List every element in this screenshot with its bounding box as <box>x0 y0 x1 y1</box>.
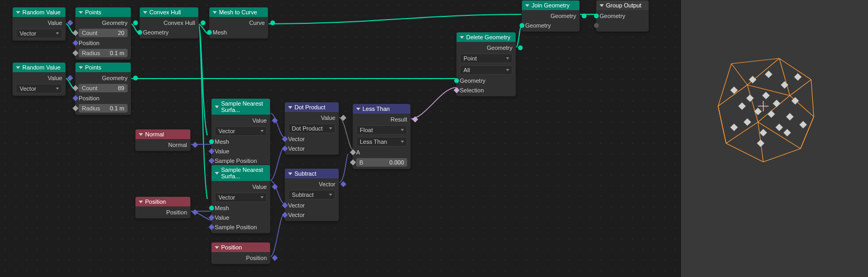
node-title: Points <box>85 9 102 15</box>
node-header[interactable]: Less Than <box>353 104 410 114</box>
chevron-down-icon <box>288 106 292 109</box>
node-random-value-2[interactable]: Random Value Value Vector <box>12 62 66 96</box>
svg-rect-6 <box>760 129 767 136</box>
input-label: A <box>356 149 360 155</box>
chevron-down-icon <box>16 66 20 69</box>
chevron-down-icon <box>356 108 360 110</box>
node-header[interactable]: Sample Nearest Surfa... <box>212 165 270 181</box>
chevron-down-icon <box>215 246 219 249</box>
output-label: Convex Hull <box>164 20 195 26</box>
input-label: Mesh <box>215 205 229 211</box>
radius-field[interactable]: Radius0.1 m <box>79 49 128 57</box>
node-subtract[interactable]: Subtract Vector Subtract Vector Vector <box>284 168 339 221</box>
node-sample-nearest-1[interactable]: Sample Nearest Surfa... Value Vector Mes… <box>211 98 271 167</box>
output-label: Geometry <box>551 13 576 19</box>
svg-rect-9 <box>746 94 754 102</box>
svg-rect-4 <box>786 113 794 120</box>
count-field[interactable]: Count89 <box>79 84 128 92</box>
input-label: Vector <box>288 202 305 209</box>
node-convex-hull[interactable]: Convex Hull Convex Hull Geometry <box>139 7 199 39</box>
input-label: Position <box>79 95 99 101</box>
svg-rect-11 <box>773 100 780 107</box>
node-header[interactable]: Random Value <box>13 7 65 17</box>
node-random-value-1[interactable]: Random Value Value Vector <box>12 7 66 41</box>
input-label: Mesh <box>213 29 227 36</box>
input-label: Geometry <box>600 13 625 19</box>
node-header[interactable]: Points <box>75 63 131 72</box>
mode-select-1[interactable]: Float <box>356 125 407 135</box>
radius-field[interactable]: Radius0.1 m <box>79 104 128 112</box>
input-label: Mesh <box>215 138 229 145</box>
output-label: Value <box>252 117 267 124</box>
node-header[interactable]: Normal <box>136 129 190 139</box>
svg-rect-16 <box>794 73 802 81</box>
input-label: Vector <box>288 145 305 152</box>
output-label: Geometry <box>487 45 512 51</box>
op-select[interactable]: Dot Product <box>288 124 335 133</box>
mode-select-2[interactable]: Less Than <box>356 137 407 146</box>
node-header[interactable]: Convex Hull <box>140 7 198 17</box>
chevron-down-icon <box>215 106 219 108</box>
node-group-output[interactable]: Group Output Geometry <box>596 0 649 32</box>
output-label: Vector <box>319 181 335 187</box>
type-select[interactable]: Vector <box>16 29 62 38</box>
domain-select[interactable]: Point <box>460 54 512 63</box>
node-header[interactable]: Dot Product <box>285 102 339 112</box>
output-label: Value <box>321 115 335 121</box>
chevron-down-icon <box>600 4 604 7</box>
node-title: Random Value <box>22 64 61 71</box>
svg-rect-12 <box>768 110 775 118</box>
node-mesh-to-curve[interactable]: Mesh to Curve Curve Mesh <box>209 7 268 39</box>
node-title: Less Than <box>363 106 390 112</box>
output-label: Result <box>391 116 407 123</box>
node-title: Normal <box>145 131 164 137</box>
node-header[interactable]: Position <box>212 243 270 252</box>
output-label: Geometry <box>102 75 128 81</box>
svg-rect-14 <box>757 140 764 147</box>
node-header[interactable]: Mesh to Curve <box>209 7 268 17</box>
node-points-1[interactable]: Points Geometry Count20 Position Radius0… <box>75 7 131 60</box>
node-header[interactable]: Points <box>75 7 131 17</box>
type-select[interactable]: Vector <box>215 193 267 202</box>
node-header[interactable]: Sample Nearest Surfa... <box>212 99 270 115</box>
node-title: Mesh to Curve <box>219 9 257 15</box>
node-header[interactable]: Join Geometry <box>522 1 579 10</box>
node-join-geometry[interactable]: Join Geometry Geometry Geometry <box>521 0 580 32</box>
node-title: Sample Nearest Surfa... <box>221 100 267 113</box>
node-title: Position <box>221 244 242 250</box>
output-label: Curve <box>249 20 265 26</box>
chevron-down-icon <box>288 172 292 175</box>
node-editor-canvas[interactable]: Random Value Value Vector Points Geometr… <box>0 0 680 277</box>
node-title: Dot Product <box>294 104 325 110</box>
node-delete-geometry[interactable]: Delete Geometry Geometry Point All Geome… <box>456 32 516 97</box>
node-position[interactable]: Position Position <box>135 196 191 219</box>
type-select[interactable]: Vector <box>215 126 267 136</box>
op-select[interactable]: Subtract <box>288 190 335 200</box>
input-label: Geometry <box>143 29 168 36</box>
node-position-2[interactable]: Position Position <box>211 242 271 264</box>
b-field[interactable]: B0.000 <box>356 158 407 167</box>
node-sample-nearest-2[interactable]: Sample Nearest Surfa... Value Vector Mes… <box>211 165 271 233</box>
svg-rect-5 <box>776 124 783 131</box>
viewport-3d[interactable] <box>680 0 868 277</box>
node-header[interactable]: Subtract <box>285 169 339 178</box>
node-dot-product[interactable]: Dot Product Value Dot Product Vector Vec… <box>284 102 339 155</box>
input-label: Sample Position <box>215 158 257 164</box>
svg-rect-15 <box>783 129 791 136</box>
node-header[interactable]: Position <box>136 197 190 206</box>
mode-select[interactable]: All <box>460 65 512 75</box>
node-points-2[interactable]: Points Geometry Count89 Position Radius0… <box>75 62 131 115</box>
count-field[interactable]: Count20 <box>79 29 128 37</box>
svg-rect-8 <box>738 102 746 110</box>
node-header[interactable]: Delete Geometry <box>457 32 516 42</box>
node-less-than[interactable]: Less Than Result Float Less Than A B0.00… <box>352 103 411 169</box>
node-title: Sample Nearest Surfa... <box>221 167 267 179</box>
type-select[interactable]: Vector <box>16 84 62 93</box>
svg-rect-0 <box>749 76 756 83</box>
node-title: Subtract <box>294 170 316 177</box>
node-normal[interactable]: Normal Normal <box>135 129 191 151</box>
node-header[interactable]: Random Value <box>13 63 65 72</box>
chevron-down-icon <box>143 11 147 14</box>
chevron-down-icon <box>79 66 83 69</box>
node-header[interactable]: Group Output <box>596 1 648 10</box>
